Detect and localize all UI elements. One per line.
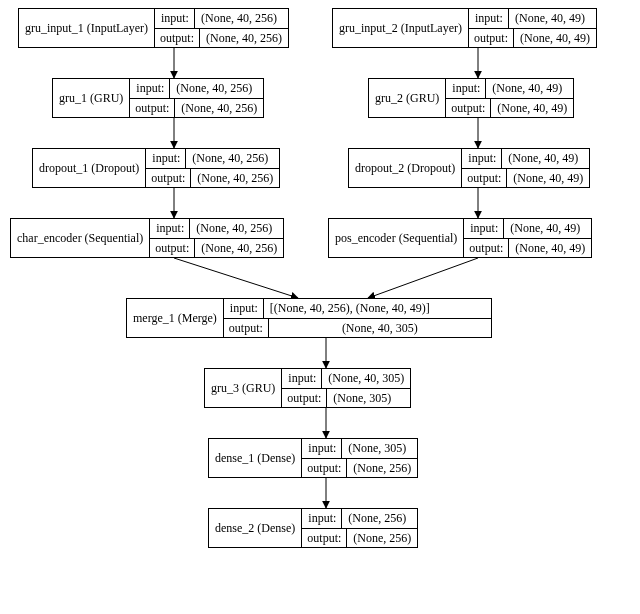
input-shape: (None, 40, 49) <box>502 149 584 168</box>
input-shape: (None, 256) <box>342 509 412 528</box>
input-shape: (None, 40, 49) <box>509 9 591 28</box>
output-shape: (None, 40, 49) <box>507 169 589 187</box>
output-label: output: <box>155 29 200 47</box>
layer-name: gru_input_2 (InputLayer) <box>333 9 469 47</box>
input-shape: (None, 40, 256) <box>195 9 283 28</box>
output-shape: (None, 40, 49) <box>514 29 596 47</box>
node-dropout-2: dropout_2 (Dropout) input:(None, 40, 49)… <box>348 148 590 188</box>
layer-name: gru_1 (GRU) <box>53 79 130 117</box>
output-shape: (None, 40, 49) <box>491 99 573 117</box>
input-label: input: <box>302 509 342 528</box>
input-shape: [(None, 40, 256), (None, 40, 49)] <box>264 299 436 318</box>
node-dense-2: dense_2 (Dense) input:(None, 256) output… <box>208 508 418 548</box>
input-shape: (None, 40, 256) <box>190 219 278 238</box>
node-pos-encoder: pos_encoder (Sequential) input:(None, 40… <box>328 218 592 258</box>
output-label: output: <box>150 239 195 257</box>
output-label: output: <box>464 239 509 257</box>
node-gru-1: gru_1 (GRU) input:(None, 40, 256) output… <box>52 78 264 118</box>
output-label: output: <box>282 389 327 407</box>
node-dense-1: dense_1 (Dense) input:(None, 305) output… <box>208 438 418 478</box>
output-shape: (None, 256) <box>347 459 417 477</box>
input-label: input: <box>462 149 502 168</box>
node-gru-input-1: gru_input_1 (InputLayer) input:(None, 40… <box>18 8 289 48</box>
node-gru-input-2: gru_input_2 (InputLayer) input:(None, 40… <box>332 8 597 48</box>
input-label: input: <box>130 79 170 98</box>
layer-name: pos_encoder (Sequential) <box>329 219 464 257</box>
input-label: input: <box>446 79 486 98</box>
output-shape: (None, 40, 256) <box>200 29 288 47</box>
layer-name: dense_1 (Dense) <box>209 439 302 477</box>
input-shape: (None, 40, 49) <box>504 219 586 238</box>
layer-name: dropout_1 (Dropout) <box>33 149 146 187</box>
output-label: output: <box>462 169 507 187</box>
input-label: input: <box>302 439 342 458</box>
output-label: output: <box>130 99 175 117</box>
layer-name: gru_input_1 (InputLayer) <box>19 9 155 47</box>
output-label: output: <box>302 459 347 477</box>
input-shape: (None, 40, 305) <box>322 369 410 388</box>
node-gru-3: gru_3 (GRU) input:(None, 40, 305) output… <box>204 368 411 408</box>
input-label: input: <box>150 219 190 238</box>
input-shape: (None, 40, 256) <box>186 149 274 168</box>
input-shape: (None, 305) <box>342 439 412 458</box>
output-shape: (None, 40, 256) <box>191 169 279 187</box>
output-label: output: <box>469 29 514 47</box>
model-graph: gru_input_1 (InputLayer) input:(None, 40… <box>8 8 632 606</box>
input-label: input: <box>469 9 509 28</box>
input-label: input: <box>146 149 186 168</box>
svg-line-6 <box>174 258 298 298</box>
output-shape: (None, 40, 305) <box>269 319 491 337</box>
output-shape: (None, 40, 256) <box>175 99 263 117</box>
svg-line-7 <box>368 258 478 298</box>
output-shape: (None, 40, 49) <box>509 239 591 257</box>
layer-name: gru_2 (GRU) <box>369 79 446 117</box>
node-char-encoder: char_encoder (Sequential) input:(None, 4… <box>10 218 284 258</box>
layer-name: char_encoder (Sequential) <box>11 219 150 257</box>
output-shape: (None, 305) <box>327 389 397 407</box>
input-label: input: <box>224 299 264 318</box>
input-shape: (None, 40, 256) <box>170 79 258 98</box>
input-label: input: <box>282 369 322 388</box>
node-gru-2: gru_2 (GRU) input:(None, 40, 49) output:… <box>368 78 574 118</box>
output-shape: (None, 40, 256) <box>195 239 283 257</box>
layer-name: gru_3 (GRU) <box>205 369 282 407</box>
input-shape: (None, 40, 49) <box>486 79 568 98</box>
layer-name: dense_2 (Dense) <box>209 509 302 547</box>
output-shape: (None, 256) <box>347 529 417 547</box>
output-label: output: <box>146 169 191 187</box>
layer-name: dropout_2 (Dropout) <box>349 149 462 187</box>
output-label: output: <box>446 99 491 117</box>
input-label: input: <box>464 219 504 238</box>
input-label: input: <box>155 9 195 28</box>
node-merge-1: merge_1 (Merge) input:[(None, 40, 256), … <box>126 298 492 338</box>
layer-name: merge_1 (Merge) <box>127 299 224 337</box>
output-label: output: <box>302 529 347 547</box>
output-label: output: <box>224 319 269 337</box>
node-dropout-1: dropout_1 (Dropout) input:(None, 40, 256… <box>32 148 280 188</box>
